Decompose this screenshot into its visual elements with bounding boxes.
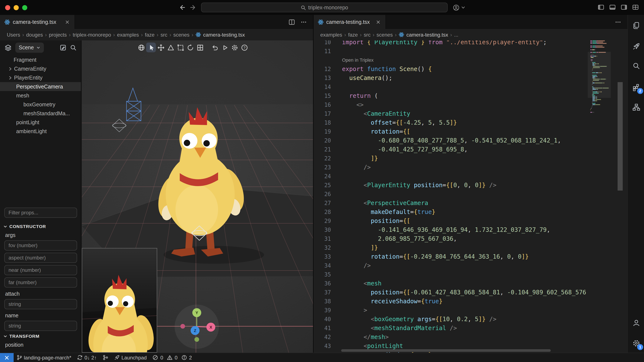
breadcrumb-item-file[interactable]: camera-testing.tsx bbox=[196, 32, 245, 38]
settings-button[interactable] bbox=[230, 42, 239, 52]
chevron-right-icon[interactable] bbox=[8, 67, 12, 71]
prop-input[interactable] bbox=[4, 265, 77, 275]
tree-item-playerentity[interactable]: PlayerEntity bbox=[0, 73, 81, 82]
play-button[interactable] bbox=[220, 42, 230, 52]
code-line[interactable]: 20 -0.680_678_408_277_788_5, -0.541_052_… bbox=[314, 136, 612, 145]
code-line[interactable]: 35 bbox=[314, 270, 612, 279]
horizontal-scrollbar[interactable] bbox=[341, 349, 551, 352]
profile-button[interactable] bbox=[452, 4, 466, 11]
tree-item-mesh[interactable]: mesh bbox=[0, 91, 81, 100]
code-line[interactable]: 10import { PlayerEntity } from "../entit… bbox=[314, 40, 612, 47]
breadcrumb-item[interactable]: examples bbox=[320, 32, 342, 38]
extensions-button[interactable]: 2 bbox=[630, 81, 642, 93]
vertical-scrollbar[interactable] bbox=[618, 82, 623, 190]
globe-icon[interactable] bbox=[136, 42, 146, 52]
breadcrumb-item[interactable]: faze bbox=[145, 32, 154, 38]
code-line[interactable]: 17 <CameraEntity bbox=[314, 109, 612, 118]
code-line[interactable]: 30 -0.141_646_936_469_016_94, 1.732_122_… bbox=[314, 225, 612, 234]
axis-neg-x[interactable] bbox=[180, 324, 185, 329]
breadcrumb-item[interactable]: src bbox=[160, 32, 168, 38]
settings-button[interactable]: 1 bbox=[630, 337, 642, 349]
layout-panel-icon[interactable] bbox=[609, 4, 616, 11]
scene-select[interactable]: Scene bbox=[15, 42, 44, 53]
breadcrumb-item[interactable]: faze bbox=[348, 32, 358, 38]
code-line[interactable]: 42 </mesh> bbox=[314, 333, 612, 342]
files-button[interactable] bbox=[630, 19, 642, 31]
undo-button[interactable] bbox=[210, 42, 220, 52]
launch-button[interactable] bbox=[630, 40, 642, 52]
code-line[interactable]: 39 > bbox=[314, 306, 612, 315]
git-branch-item[interactable]: landing-page-march* bbox=[14, 353, 74, 362]
more-actions-icon[interactable] bbox=[300, 18, 307, 25]
tree-item-fragment[interactable]: Fragment bbox=[0, 55, 81, 64]
minimize-window-button[interactable] bbox=[14, 5, 19, 10]
breadcrumb-item[interactable]: Users bbox=[7, 32, 20, 38]
code-line[interactable]: 15 return ( bbox=[314, 91, 612, 100]
code-line[interactable]: 33 rotation={[-0.249_804_765_644_363_16,… bbox=[314, 252, 612, 261]
code-line[interactable]: 27 <PerspectiveCamera bbox=[314, 199, 612, 207]
layers-icon[interactable] bbox=[4, 44, 12, 51]
search-icon[interactable] bbox=[70, 44, 77, 51]
prop-input[interactable] bbox=[4, 253, 77, 263]
section-header-transform[interactable]: TRANSFORM bbox=[4, 334, 81, 339]
code-line[interactable]: 36 <mesh bbox=[314, 279, 612, 288]
code-editor[interactable]: 10import { PlayerEntity } from "../entit… bbox=[313, 40, 628, 353]
section-header-constructor[interactable]: CONSTRUCTOR bbox=[4, 224, 81, 229]
close-tab-icon[interactable] bbox=[375, 19, 381, 25]
minimap-slider[interactable] bbox=[588, 52, 611, 98]
help-button[interactable]: ? bbox=[239, 42, 249, 52]
code-line[interactable]: 24 bbox=[314, 172, 612, 181]
code-line[interactable]: 19 rotation={[ bbox=[314, 127, 612, 136]
code-line[interactable]: 40 <boxGeometry args={[10, 0.2, 5]} /> bbox=[314, 315, 612, 324]
search-button[interactable] bbox=[630, 60, 642, 72]
account-button[interactable] bbox=[630, 317, 642, 329]
light-gizmo[interactable] bbox=[112, 119, 126, 132]
layout-sidebar-left-icon[interactable] bbox=[598, 4, 604, 11]
breadcrumb-item[interactable]: triplex-monorepo bbox=[73, 32, 111, 38]
tree-item-boxgeometry[interactable]: boxGeometry bbox=[0, 100, 81, 109]
split-editor-icon[interactable] bbox=[288, 18, 295, 25]
rotate-tool[interactable] bbox=[166, 42, 176, 52]
viewport-canvas[interactable]: Y X Z bbox=[82, 40, 313, 353]
breadcrumb-item[interactable]: scenes bbox=[376, 32, 393, 38]
orbit-tool[interactable] bbox=[185, 42, 195, 52]
code-line[interactable]: 12export function Scene() { bbox=[314, 65, 612, 74]
layout-sidebar-right-icon[interactable] bbox=[620, 4, 628, 11]
grid-toggle[interactable] bbox=[195, 42, 205, 52]
breadcrumb-item[interactable]: scenes bbox=[173, 32, 190, 38]
axis-gizmo[interactable]: Y X Z bbox=[175, 305, 219, 349]
code-line[interactable]: 11 bbox=[314, 47, 612, 56]
problems-item[interactable]: 0 0 2 bbox=[150, 353, 195, 362]
sync-item[interactable]: 0↓ 2↑ bbox=[74, 353, 100, 362]
tab-camera-testing-left[interactable]: camera-testing.tsx bbox=[0, 15, 75, 29]
code-line[interactable]: 18 offset={[-4.25, 5, 5.5]} bbox=[314, 118, 612, 127]
code-line[interactable]: 37 position={[-0.061_427_483_068_584_81,… bbox=[314, 288, 612, 297]
breadcrumb-item[interactable]: src bbox=[364, 32, 370, 38]
close-tab-icon[interactable] bbox=[64, 19, 70, 25]
code-line[interactable]: 32 ]} bbox=[314, 243, 612, 252]
axis-neg-y[interactable] bbox=[194, 337, 199, 342]
hierarchy-button[interactable] bbox=[630, 101, 642, 113]
command-center-search[interactable]: triplex-monorepo bbox=[201, 2, 448, 12]
code-line[interactable]: 14 bbox=[314, 83, 612, 91]
prop-input[interactable] bbox=[4, 299, 77, 309]
code-lens[interactable]: Open in Triplex bbox=[334, 56, 374, 65]
breadcrumb-item[interactable]: ... bbox=[454, 32, 458, 38]
code-line[interactable]: 41 <meshStandardMaterial /> bbox=[314, 324, 612, 333]
code-line[interactable]: 16 <> bbox=[314, 100, 612, 109]
code-line[interactable]: 13 useCamera(); bbox=[314, 74, 612, 83]
translate-tool[interactable] bbox=[156, 42, 166, 52]
tree-item-cameraentity[interactable]: CameraEntity bbox=[0, 64, 81, 73]
code-line[interactable]: 38 receiveShadow={true} bbox=[314, 297, 612, 306]
breadcrumb-item-file[interactable]: camera-testing.tsx bbox=[399, 32, 448, 38]
chevron-right-icon[interactable] bbox=[8, 75, 12, 80]
git-merge-item[interactable] bbox=[100, 353, 111, 362]
tree-item-meshstandardma[interactable]: meshStandardMa... bbox=[0, 109, 81, 118]
code-line[interactable]: 34 /> bbox=[314, 261, 612, 270]
code-line[interactable]: 31 2.068_985_775_667_036, bbox=[314, 234, 612, 243]
remote-indicator[interactable] bbox=[0, 353, 14, 362]
more-actions-icon[interactable] bbox=[614, 18, 622, 25]
customize-layout-icon[interactable] bbox=[632, 4, 639, 11]
code-line[interactable]: 25 <PlayerEntity position={[0, 0, 0]} /> bbox=[314, 181, 612, 190]
edit-icon[interactable] bbox=[60, 44, 66, 51]
